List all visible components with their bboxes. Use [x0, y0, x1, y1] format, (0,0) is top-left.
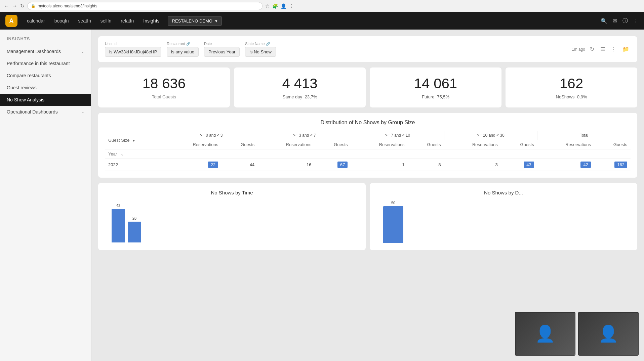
bar-group-0: 42: [112, 204, 125, 243]
bookmark-icon[interactable]: ☆: [265, 3, 270, 9]
bar-group-day-0: 50: [383, 201, 403, 243]
filter-date-chip[interactable]: Previous Year: [204, 47, 240, 57]
nav-item-booqin[interactable]: booqIn: [50, 16, 73, 26]
nav-item-sellin[interactable]: sellIn: [96, 16, 116, 26]
refresh-icon[interactable]: ↻: [589, 45, 596, 54]
video-thumb-1: 👤: [515, 312, 575, 356]
filter-user-id: User id is Ww33kH8rJDuj48eHP: [105, 42, 161, 57]
profile-icon[interactable]: 👤: [281, 3, 286, 9]
filter-restaurant-label: Restaurant 🔗: [167, 42, 199, 46]
kpi-future-value: 14 061: [376, 76, 495, 92]
video-thumb-2: 👤: [578, 312, 639, 356]
forward-button[interactable]: →: [12, 3, 17, 9]
dropdown-arrow-icon: ▾: [215, 18, 217, 24]
cell-res-3: 3: [444, 159, 501, 171]
sidebar: INSIGHTS Management Dashboards ⌄ Perform…: [0, 30, 91, 361]
sidebar-item-no-show-analysis[interactable]: No Show Analysis: [0, 94, 91, 106]
state-link-icon: 🔗: [266, 42, 270, 46]
sub-col-res-1: Reservations: [258, 140, 315, 149]
menu-icon[interactable]: ⋮: [289, 3, 294, 9]
nav-item-seatin[interactable]: seatIn: [74, 16, 95, 26]
back-button[interactable]: ←: [4, 3, 9, 9]
distribution-table-section: Distribution of No Shows by Group Size G…: [98, 113, 637, 178]
sidebar-item-management-dashboards[interactable]: Management Dashboards ⌄: [0, 45, 91, 57]
filter-restaurant-chip[interactable]: is any value: [167, 47, 199, 57]
more-menu-icon[interactable]: ⋮: [633, 18, 639, 24]
bar-group-1: 26: [128, 216, 141, 243]
sub-col-guests-3: Guests: [501, 140, 537, 149]
browser-actions: ☆ 🧩 👤 ⋮: [265, 3, 294, 9]
browser-bar: ← → ↻ 🔒 mytools.aleno.me/aleno3/insights…: [0, 0, 644, 12]
sub-col-res-2: Reservations: [351, 140, 408, 149]
nav-right-icons: 🔍 ✉ ⓘ ⋮: [601, 17, 639, 25]
col-group-3-7: >= 3 and < 7: [258, 131, 351, 140]
video-person-2: 👤: [579, 313, 638, 355]
cell-guests-3: 43: [501, 159, 537, 171]
more-options-icon[interactable]: ⋮: [610, 45, 618, 54]
cell-guests-0: 44: [222, 159, 258, 171]
kpi-row: 18 636 Total Guests 4 413 Same day 23,7%…: [98, 67, 637, 107]
chart-no-shows-by-time: No Shows by Time 42 26: [98, 183, 366, 250]
sidebar-item-performance[interactable]: Performance in this restaurant: [0, 57, 91, 70]
kpi-noshows: 162 NoShows 0,9%: [506, 67, 637, 107]
nav-item-insights[interactable]: Insights: [139, 16, 163, 26]
sidebar-title: INSIGHTS: [0, 35, 91, 45]
nav-item-relatin[interactable]: relatIn: [117, 16, 138, 26]
col-group-total: Total: [537, 131, 631, 140]
kpi-same-day: 4 413 Same day 23,7%: [234, 67, 366, 107]
search-icon[interactable]: 🔍: [601, 18, 607, 24]
bar-0: [112, 209, 125, 242]
url-text: mytools.aleno.me/aleno3/insights: [38, 4, 97, 8]
sidebar-item-compare-restaurants[interactable]: Compare restaurants: [0, 70, 91, 82]
filter-user-id-chip[interactable]: is Ww33kH8rJDuj48eHP: [105, 47, 161, 57]
col-group-0-3: >= 0 and < 3: [165, 131, 258, 140]
kpi-noshows-value: 162: [512, 76, 631, 92]
video-overlay: 👤 👤: [515, 312, 639, 356]
mail-icon[interactable]: ✉: [613, 18, 617, 24]
table-row: 2022 22 44 16 67 1 8: [105, 159, 631, 171]
lock-icon: 🔒: [31, 4, 36, 8]
filter-restaurant: Restaurant 🔗 is any value: [167, 42, 199, 57]
cell-guests-2: 8: [408, 159, 444, 171]
row-header-year: Year ⌄: [105, 149, 165, 159]
kpi-total-guests-value: 18 636: [105, 76, 223, 92]
kpi-same-day-value: 4 413: [241, 76, 359, 92]
sub-col-guests-2: Guests: [408, 140, 444, 149]
filter-date-label: Date: [204, 42, 240, 46]
info-icon[interactable]: ⓘ: [622, 17, 628, 25]
sub-col-res-0: Reservations: [165, 140, 222, 149]
kpi-future: 14 061 Future 75,5%: [370, 67, 501, 107]
video-person-1: 👤: [516, 313, 575, 355]
filter-options-icon[interactable]: ☰: [599, 45, 606, 54]
sidebar-item-operational-dashboards[interactable]: Operational Dashboards ⌄: [0, 106, 91, 118]
filter-state-chip[interactable]: is No Show: [245, 47, 276, 57]
main-content: User id is Ww33kH8rJDuj48eHP Restaurant …: [91, 30, 644, 361]
chart-time-bars: 42 26: [105, 199, 359, 243]
distribution-table-title: Distribution of No Shows by Group Size: [105, 120, 631, 126]
cell-year: 2022: [105, 159, 165, 171]
cell-res-4: 42: [537, 159, 594, 171]
kpi-noshows-label: NoShows 0,9%: [512, 94, 631, 99]
sidebar-item-guest-reviews[interactable]: Guest reviews: [0, 82, 91, 94]
folder-icon[interactable]: 📁: [621, 45, 631, 54]
extensions-icon[interactable]: 🧩: [272, 3, 278, 9]
sub-col-guests-4: Guests: [594, 140, 631, 149]
cell-guests-1: 67: [315, 159, 351, 171]
col-group-7-10: >= 7 and < 10: [351, 131, 444, 140]
sub-col-guests-0: Guests: [222, 140, 258, 149]
chart-time-title: No Shows by Time: [105, 190, 359, 195]
bar-1: [128, 222, 141, 242]
nav-item-calendar[interactable]: calendar: [23, 16, 49, 26]
restaurant-selector[interactable]: RESTALENO DEMO ▾: [168, 16, 222, 26]
address-bar[interactable]: 🔒 mytools.aleno.me/aleno3/insights: [27, 2, 263, 10]
reload-button[interactable]: ↻: [20, 3, 25, 9]
kpi-total-guests-label: Total Guests: [105, 94, 223, 99]
chart-day-title: No Shows by D...: [376, 190, 631, 195]
kpi-future-label: Future 75,5%: [376, 94, 495, 99]
cell-res-1: 16: [258, 159, 315, 171]
app-nav: A calendar booqIn seatIn sellIn relatIn …: [0, 12, 644, 30]
cell-guests-4: 162: [594, 159, 631, 171]
filter-bar: User id is Ww33kH8rJDuj48eHP Restaurant …: [98, 36, 637, 62]
bar-day-value-0: 50: [391, 201, 395, 205]
chart-no-shows-by-day: No Shows by D... 50: [370, 183, 637, 250]
